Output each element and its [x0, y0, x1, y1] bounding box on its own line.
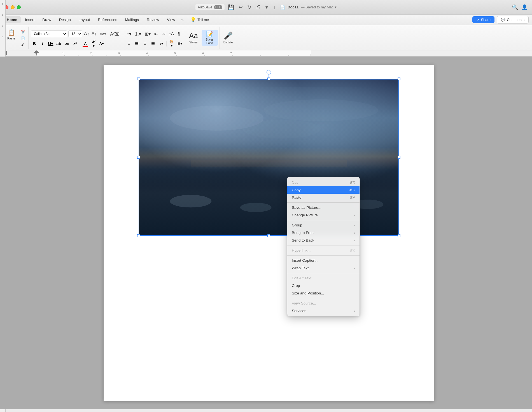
share-button[interactable]: ↗ Share: [472, 16, 494, 23]
more-actions-button[interactable]: ▾: [264, 4, 269, 11]
bold-button[interactable]: B: [31, 40, 38, 47]
ctx-crop[interactable]: Crop: [287, 282, 360, 289]
subscript-button[interactable]: x₂: [63, 40, 71, 47]
show-formatting-button[interactable]: ¶: [176, 31, 181, 37]
bullets-button[interactable]: ≡▾: [125, 31, 133, 38]
font-size-decrease[interactable]: A↓: [91, 31, 97, 37]
ctx-bring-to-front[interactable]: Bring to Front ›: [287, 229, 360, 237]
ctx-services[interactable]: Services ›: [287, 307, 360, 315]
ctx-wrap-text[interactable]: Wrap Text ›: [287, 264, 360, 272]
highlight-button[interactable]: 🖊▾: [90, 40, 97, 47]
account-button[interactable]: 👤: [521, 4, 528, 10]
document-scroll-area[interactable]: Cut ⌘X Copy ⌘C Paste ⌘V: [0, 57, 532, 409]
rotate-handle[interactable]: [267, 70, 271, 74]
ctx-size-position-label: Size and Position...: [292, 291, 324, 295]
menu-more-button[interactable]: »: [179, 17, 185, 22]
comments-button[interactable]: 💬 Comments: [497, 16, 529, 24]
menu-layout[interactable]: Layout: [75, 16, 94, 23]
styles-pane-button[interactable]: 📝 Styles Pane: [202, 30, 218, 46]
ctx-size-position[interactable]: Size and Position...: [287, 289, 360, 297]
document-image[interactable]: [139, 79, 399, 236]
menu-home[interactable]: Home: [3, 16, 21, 23]
ctx-group[interactable]: Group ›: [287, 221, 360, 229]
autosave-label: AutoSave: [198, 5, 212, 9]
ctx-view-source[interactable]: View Source...: [287, 299, 360, 307]
handle-tl[interactable]: [137, 78, 140, 80]
ctx-crop-label: Crop: [292, 284, 300, 288]
handle-mr[interactable]: [398, 156, 400, 159]
search-button[interactable]: 🔍: [512, 4, 518, 10]
clear-format-button[interactable]: A⌫: [109, 31, 121, 38]
change-case-button[interactable]: Aa▾: [98, 31, 108, 37]
ctx-hyperlink[interactable]: Hyperlink... ⌘K: [287, 247, 360, 254]
menu-references[interactable]: References: [94, 16, 120, 23]
ctx-bring-to-front-label: Bring to Front: [292, 231, 315, 235]
ctx-save-as-picture[interactable]: Save as Picture...: [287, 204, 360, 211]
menu-mailings[interactable]: Mailings: [122, 16, 142, 23]
ctx-copy[interactable]: Copy ⌘C: [287, 186, 360, 194]
borders-button[interactable]: ⊞▾: [176, 40, 183, 47]
font-color-button[interactable]: A: [82, 40, 89, 47]
format-painter-button[interactable]: 🖌: [20, 42, 27, 48]
print-button[interactable]: 🖨: [255, 4, 262, 11]
maximize-button[interactable]: [17, 5, 21, 9]
menu-design[interactable]: Design: [56, 16, 74, 23]
superscript-button[interactable]: x²: [71, 40, 79, 47]
styles-button[interactable]: Aa Styles: [188, 31, 199, 45]
autosave-badge[interactable]: AutoSave OFF: [195, 4, 225, 10]
strikethrough-button[interactable]: ab: [55, 40, 62, 47]
menu-draw[interactable]: Draw: [39, 16, 55, 23]
cut-button[interactable]: ✂️: [20, 29, 27, 35]
ctx-paste-label: Paste: [292, 195, 302, 200]
handle-ml[interactable]: [137, 156, 140, 159]
autosave-toggle[interactable]: OFF: [214, 5, 222, 9]
align-center-button[interactable]: ☰: [133, 40, 141, 47]
handle-br[interactable]: [398, 234, 400, 237]
shading-button[interactable]: 🎨▾: [168, 40, 175, 47]
align-right-button[interactable]: ≡: [141, 40, 149, 47]
font-size-increase[interactable]: A↑: [83, 31, 90, 37]
ctx-edit-alt-text[interactable]: Edit Alt Text...: [287, 274, 360, 282]
ctx-send-to-back[interactable]: Send to Back ›: [287, 237, 360, 244]
menu-review[interactable]: Review: [143, 16, 162, 23]
handle-tc[interactable]: [267, 78, 270, 80]
menu-insert[interactable]: Insert: [22, 16, 38, 23]
minimize-button[interactable]: [11, 5, 15, 9]
font-family-selector[interactable]: Calibri (Bo...: [31, 31, 67, 37]
paste-label: Paste: [7, 37, 15, 40]
ctx-cut[interactable]: Cut ⌘X: [287, 179, 360, 186]
sort-button[interactable]: ↕A: [167, 31, 176, 37]
ctx-sep-6: [287, 298, 360, 298]
dictate-label: Dictate: [223, 41, 233, 44]
justify-button[interactable]: ☰: [150, 40, 157, 47]
align-left-button[interactable]: ≡: [125, 40, 132, 47]
tell-me-label: Tell me: [197, 18, 209, 22]
handle-bc[interactable]: [267, 234, 270, 237]
handle-tr[interactable]: [398, 78, 400, 80]
redo-button[interactable]: ↻: [246, 4, 253, 11]
italic-button[interactable]: I: [39, 40, 46, 47]
increase-indent-button[interactable]: ⇥: [160, 31, 167, 38]
handle-bl[interactable]: [137, 234, 140, 237]
context-menu: Cut ⌘X Copy ⌘C Paste ⌘V: [287, 177, 360, 316]
text-effect-button[interactable]: A▾: [98, 40, 105, 47]
underline-button[interactable]: U▾: [47, 40, 54, 47]
dictate-button[interactable]: 🎤 Dictate: [222, 31, 234, 45]
ctx-change-picture[interactable]: Change Picture ›: [287, 211, 360, 219]
tell-me[interactable]: 💡 Tell me: [190, 17, 209, 22]
ctx-view-source-label: View Source...: [292, 301, 316, 305]
cut-icon: ✂️: [21, 30, 25, 34]
ctx-paste[interactable]: Paste ⌘V: [287, 194, 360, 201]
menu-view[interactable]: View: [164, 16, 178, 23]
multilevel-list-button[interactable]: ⊞▾: [143, 31, 152, 38]
decrease-indent-button[interactable]: ⇤: [153, 31, 159, 38]
ctx-insert-caption[interactable]: Insert Caption...: [287, 257, 360, 264]
font-size-selector[interactable]: 12: [68, 31, 82, 37]
paste-button[interactable]: 📋 Paste: [4, 28, 18, 41]
copy-format-button[interactable]: 📄: [20, 36, 27, 41]
numbering-button[interactable]: 1.▾: [134, 31, 142, 38]
save-button[interactable]: 💾: [227, 4, 235, 11]
line-spacing-button[interactable]: ↕▾: [158, 40, 165, 47]
document-image-container[interactable]: Cut ⌘X Copy ⌘C Paste ⌘V: [139, 79, 399, 236]
undo-button[interactable]: ↩: [237, 4, 244, 11]
